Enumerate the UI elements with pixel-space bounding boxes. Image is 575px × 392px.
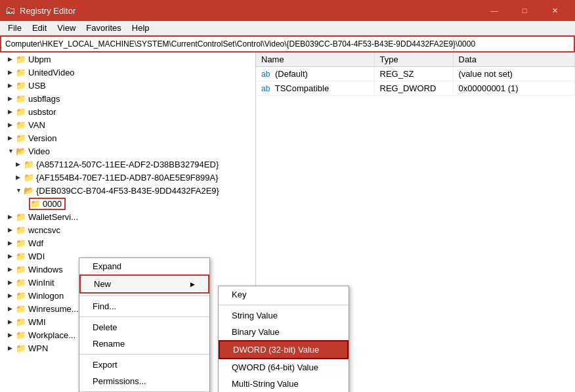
tree-arrow: ▶ xyxy=(8,305,16,312)
submenu-multi-string-value[interactable]: Multi-String Value xyxy=(219,376,349,392)
cell-type: REG_DWORD xyxy=(374,81,453,96)
tree-arrow: ▶ xyxy=(8,82,16,89)
table-row[interactable]: ab TSCompatible REG_DWORD 0x00000001 (1) xyxy=(256,81,575,96)
title-bar-controls: — □ ✕ xyxy=(479,0,570,21)
menu-file[interactable]: File xyxy=(3,21,27,35)
context-menu-permissions[interactable]: Permissions... xyxy=(79,373,209,389)
submenu-dword-value[interactable]: DWORD (32-bit) Value xyxy=(219,340,349,359)
tree-arrow: ▶ xyxy=(8,121,16,128)
cell-name: ab TSCompatible xyxy=(256,81,374,96)
context-menu-find[interactable]: Find... xyxy=(79,298,209,315)
tree-arrow: ▼ xyxy=(16,187,24,194)
cell-data: 0x00000001 (1) xyxy=(453,81,575,96)
col-header-type: Type xyxy=(374,53,453,67)
submenu-string-value[interactable]: String Value xyxy=(219,307,349,324)
tree-arrow: ▶ xyxy=(8,345,16,351)
minimize-button[interactable]: — xyxy=(479,0,509,21)
tree-item-0000[interactable]: 📁 0000 xyxy=(0,197,255,210)
tree-arrow: ▶ xyxy=(8,108,16,115)
tree-arrow: ▶ xyxy=(8,213,16,220)
address-bar[interactable]: Computer\HKEY_LOCAL_MACHINE\SYSTEM\Curre… xyxy=(0,35,575,53)
context-menu-delete[interactable]: Delete xyxy=(79,319,209,336)
context-menu-export[interactable]: Export xyxy=(79,357,209,373)
selected-node-box: 📁 0000 xyxy=(29,198,66,210)
tree-arrow: ▶ xyxy=(8,253,16,259)
tree-arrow: ▶ xyxy=(8,332,16,338)
title-bar-text: Registry Editor xyxy=(20,6,75,16)
submenu-arrow: ▶ xyxy=(190,281,195,288)
context-menu-expand[interactable]: Expand xyxy=(79,258,209,274)
app-icon: 🗂 xyxy=(5,5,16,16)
tree-arrow: ▶ xyxy=(8,56,16,62)
tree-item-usbstor[interactable]: ▶ 📁 usbstor xyxy=(0,105,255,118)
tree-item-deb0[interactable]: ▼ 📂 {DEB039CC-B704-4F53-B43E-9DD4432FA2E… xyxy=(0,184,255,197)
submenu-binary-value[interactable]: Binary Value xyxy=(219,324,349,340)
col-header-data: Data xyxy=(453,53,575,67)
reg-sz-icon: ab xyxy=(261,70,270,79)
tree-arrow: ▶ xyxy=(8,318,16,325)
tree-arrow: ▶ xyxy=(16,174,24,181)
tree-item-usb[interactable]: ▶ 📁 USB xyxy=(0,79,255,92)
tree-arrow: ▶ xyxy=(8,266,16,272)
separator xyxy=(79,354,209,355)
tree-arrow: ▶ xyxy=(8,69,16,76)
tree-arrow: ▶ xyxy=(16,161,24,167)
tree-item-unitedvideo[interactable]: ▶ 📁 UnitedVideo xyxy=(0,66,255,79)
context-menu-new[interactable]: New ▶ xyxy=(79,274,209,294)
main-content: ▶ 📁 Ubpm ▶ 📁 UnitedVideo ▶ 📁 USB ▶ 📁 usb… xyxy=(0,53,575,392)
context-menu-rename[interactable]: Rename xyxy=(79,336,209,352)
close-button[interactable]: ✕ xyxy=(540,0,570,21)
tree-item-wcncsvc[interactable]: ▶ 📁 wcncsvc xyxy=(0,223,255,236)
reg-dword-icon: ab xyxy=(261,84,270,93)
tree-arrow: ▶ xyxy=(8,135,16,141)
menu-view[interactable]: View xyxy=(52,21,81,35)
title-bar: 🗂 Registry Editor — □ ✕ xyxy=(0,0,575,21)
tree-item-af15[interactable]: ▶ 📁 {AF1554B4-70E7-11ED-ADB7-80AE5E9F899… xyxy=(0,171,255,184)
tree-item-a857[interactable]: ▶ 📁 {A857112A-507C-11EE-ADF2-D38BB32794E… xyxy=(0,158,255,171)
tree-item-van[interactable]: ▶ 📁 VAN xyxy=(0,118,255,131)
submenu-qword-value[interactable]: QWORD (64-bit) Value xyxy=(219,359,349,376)
tree-arrow: ▶ xyxy=(8,240,16,246)
separator xyxy=(79,316,209,317)
cell-data: (value not set) xyxy=(453,67,575,81)
col-header-name: Name xyxy=(256,53,374,67)
cell-name: ab (Default) xyxy=(256,67,374,81)
registry-table: Name Type Data ab (Default) REG_SZ (valu… xyxy=(256,53,575,96)
submenu: Key String Value Binary Value DWORD (32-… xyxy=(218,286,349,392)
tree-item-usbflags[interactable]: ▶ 📁 usbflags xyxy=(0,92,255,105)
address-path: Computer\HKEY_LOCAL_MACHINE\SYSTEM\Curre… xyxy=(5,39,475,49)
menu-edit[interactable]: Edit xyxy=(27,21,52,35)
tree-item-walletserv[interactable]: ▶ 📁 WalletServi... xyxy=(0,210,255,223)
separator xyxy=(219,305,349,305)
tree-arrow: ▶ xyxy=(8,227,16,233)
tree-item-version[interactable]: ▶ 📁 Version xyxy=(0,131,255,144)
menu-favorites[interactable]: Favorites xyxy=(81,21,126,35)
menu-bar: File Edit View Favorites Help xyxy=(0,21,575,35)
tree-item-wdf[interactable]: ▶ 📁 Wdf xyxy=(0,236,255,250)
submenu-key[interactable]: Key xyxy=(219,286,349,303)
context-menu: Expand New ▶ Find... Delete Rename Expor… xyxy=(79,257,210,392)
tree-arrow: ▶ xyxy=(8,292,16,299)
separator xyxy=(79,295,209,296)
table-row[interactable]: ab (Default) REG_SZ (value not set) xyxy=(256,67,575,81)
tree-arrow: ▼ xyxy=(8,148,16,154)
tree-item-video[interactable]: ▼ 📂 Video xyxy=(0,144,255,158)
menu-help[interactable]: Help xyxy=(127,21,155,35)
tree-arrow: ▶ xyxy=(8,279,16,286)
cell-type: REG_SZ xyxy=(374,67,453,81)
tree-item-ubpm[interactable]: ▶ 📁 Ubpm xyxy=(0,53,255,66)
maximize-button[interactable]: □ xyxy=(509,0,540,21)
tree-arrow: ▶ xyxy=(8,95,16,102)
